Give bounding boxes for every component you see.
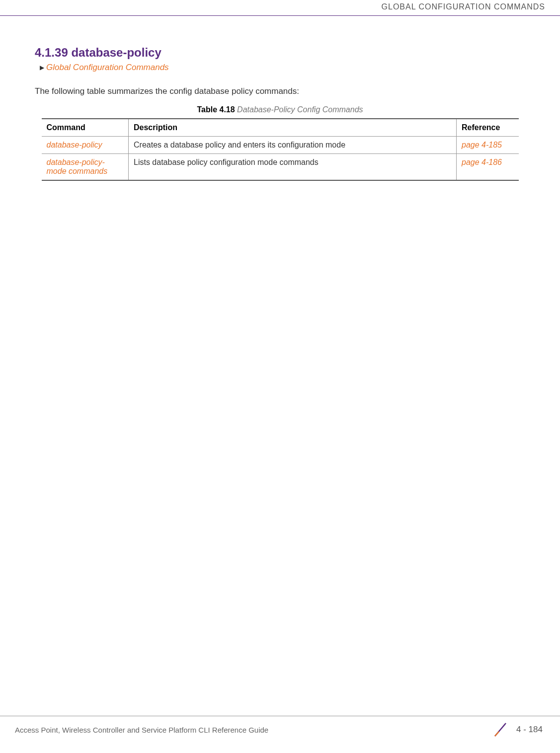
subheading-link[interactable]: Global Configuration Commands <box>46 63 169 73</box>
commands-table: Command Description Reference database-p… <box>42 118 519 181</box>
running-head-text: GLOBAL CONFIGURATION COMMANDS <box>382 2 545 11</box>
cell-reference: page 4-186 <box>457 154 519 181</box>
footer-right: 4 - 184 <box>492 721 560 738</box>
command-link[interactable]: database-policy <box>47 141 102 149</box>
reference-link[interactable]: page 4-185 <box>462 141 502 149</box>
table-caption-title: Database-Policy Config Commands <box>237 105 363 114</box>
cell-command: database-policy <box>42 137 129 154</box>
table-header-row: Command Description Reference <box>42 119 519 137</box>
page-number: 4 - 184 <box>516 725 543 735</box>
table-row: database-policy-mode commands Lists data… <box>42 154 519 181</box>
header-description: Description <box>129 119 457 137</box>
footer-guide-title: Access Point, Wireless Controller and Se… <box>0 726 492 734</box>
section-heading: 4.1.39 database-policy <box>35 46 525 60</box>
subheading-row: ▶ Global Configuration Commands <box>40 63 525 73</box>
arrow-right-icon: ▶ <box>40 64 44 71</box>
cell-description: Creates a database policy and enters its… <box>129 137 457 154</box>
reference-link[interactable]: page 4-186 <box>462 158 502 166</box>
table-caption: Table 4.18 Database-Policy Config Comman… <box>35 105 525 114</box>
cell-description: Lists database policy configuration mode… <box>129 154 457 181</box>
slash-icon <box>492 721 509 738</box>
command-link[interactable]: database-policy-mode commands <box>47 158 108 175</box>
page-content: 4.1.39 database-policy ▶ Global Configur… <box>0 16 560 181</box>
table-caption-label: Table 4.18 <box>197 105 235 114</box>
cell-reference: page 4-185 <box>457 137 519 154</box>
running-header: GLOBAL CONFIGURATION COMMANDS <box>0 0 560 16</box>
header-command: Command <box>42 119 129 137</box>
intro-paragraph: The following table summarizes the confi… <box>35 86 525 96</box>
svg-line-1 <box>495 732 499 736</box>
table-row: database-policy Creates a database polic… <box>42 137 519 154</box>
header-reference: Reference <box>457 119 519 137</box>
cell-command: database-policy-mode commands <box>42 154 129 181</box>
page-footer: Access Point, Wireless Controller and Se… <box>0 716 560 738</box>
